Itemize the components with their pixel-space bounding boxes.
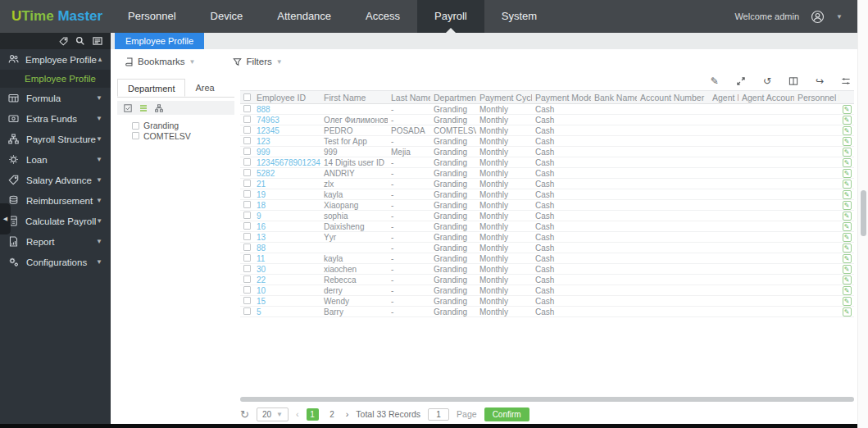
edit-row-icon[interactable]: ✎: [843, 137, 852, 146]
user-account-icon[interactable]: [811, 10, 825, 24]
employee-id-link[interactable]: 999: [257, 148, 270, 157]
employee-id-link[interactable]: 13: [257, 233, 266, 242]
tree-checkbox[interactable]: [132, 122, 139, 130]
sidebar-item-employee-profile[interactable]: Employee Profile ▲: [0, 49, 111, 70]
sidebar-collapse-handle[interactable]: ◀: [0, 203, 11, 234]
select-all-icon[interactable]: [124, 104, 132, 112]
sidebar-item-salary-advance[interactable]: Salary Advance ▼: [0, 170, 111, 190]
row-checkbox[interactable]: [243, 116, 251, 123]
edit-row-icon[interactable]: ✎: [843, 169, 852, 178]
edit-row-icon[interactable]: ✎: [843, 265, 852, 274]
chevron-down-icon[interactable]: ▼: [836, 13, 843, 20]
tree-item[interactable]: COMTELSV: [117, 131, 234, 142]
row-checkbox[interactable]: [243, 180, 251, 187]
tree-item[interactable]: Granding: [117, 121, 234, 131]
nav-item-access[interactable]: Access: [348, 0, 417, 33]
employee-id-link[interactable]: 5: [257, 307, 261, 316]
row-checkbox[interactable]: [243, 254, 251, 262]
export-share-icon[interactable]: ↪: [816, 76, 824, 86]
tab-employee-profile[interactable]: Employee Profile: [115, 33, 204, 49]
fullscreen-icon[interactable]: [736, 76, 746, 86]
employee-id-link[interactable]: 10: [257, 286, 266, 295]
sidebar-item-formula[interactable]: Formula ▼: [0, 88, 111, 108]
sidebar-item-extra-funds[interactable]: Extra Funds ▼: [0, 108, 111, 129]
confirm-button[interactable]: Confirm: [484, 408, 529, 421]
employee-id-link[interactable]: 123: [257, 137, 270, 146]
nav-item-device[interactable]: Device: [193, 0, 261, 33]
tab-department[interactable]: Department: [117, 79, 185, 97]
employee-id-link[interactable]: 74963: [257, 116, 279, 125]
edit-row-icon[interactable]: ✎: [843, 297, 852, 306]
edit-row-icon[interactable]: ✎: [843, 190, 852, 199]
employee-id-link[interactable]: 18: [257, 201, 266, 210]
edit-row-icon[interactable]: ✎: [843, 116, 852, 125]
sidebar-item-calculate-payroll[interactable]: Calculate Payroll ▼: [0, 211, 111, 231]
horizontal-scrollbar-thumb[interactable]: [240, 397, 854, 402]
batch-edit-icon[interactable]: ✎: [711, 76, 719, 86]
list-view-icon[interactable]: [139, 104, 148, 112]
filter-settings-icon[interactable]: [841, 76, 851, 86]
edit-row-icon[interactable]: ✎: [843, 222, 852, 231]
edit-row-icon[interactable]: ✎: [843, 275, 852, 285]
row-checkbox[interactable]: [243, 148, 251, 155]
nav-item-personnel[interactable]: Personnel: [111, 0, 193, 33]
sidebar-item-reimbursement[interactable]: Reimbursement ▼: [0, 190, 111, 211]
edit-row-icon[interactable]: ✎: [843, 233, 852, 242]
tree-checkbox[interactable]: [132, 132, 139, 139]
row-checkbox[interactable]: [243, 275, 251, 283]
row-checkbox[interactable]: [243, 212, 251, 219]
sidebar-item-payroll-structure[interactable]: Payroll Structure ▼: [0, 129, 111, 149]
edit-row-icon[interactable]: ✎: [843, 254, 852, 263]
edit-row-icon[interactable]: ✎: [843, 148, 852, 157]
edit-row-icon[interactable]: ✎: [843, 201, 852, 210]
edit-row-icon[interactable]: ✎: [843, 212, 852, 221]
page-button-1[interactable]: 1: [307, 408, 319, 421]
employee-id-link[interactable]: 88: [257, 244, 266, 253]
sidebar-item-loan[interactable]: Loan ▼: [0, 149, 111, 170]
select-all-checkbox[interactable]: [243, 93, 251, 101]
row-checkbox[interactable]: [243, 126, 251, 134]
employee-id-link[interactable]: 16: [257, 222, 266, 231]
edit-row-icon[interactable]: ✎: [843, 126, 852, 135]
row-checkbox[interactable]: [243, 105, 251, 112]
employee-id-link[interactable]: 15: [257, 297, 266, 306]
row-checkbox[interactable]: [243, 265, 251, 272]
row-checkbox[interactable]: [243, 169, 251, 176]
sidebar-item-configurations[interactable]: Configurations ▼: [0, 252, 111, 272]
tree-view-icon[interactable]: [155, 104, 163, 112]
row-checkbox[interactable]: [243, 158, 251, 166]
row-checkbox[interactable]: [243, 201, 251, 208]
employee-id-link[interactable]: 11: [257, 254, 265, 263]
row-checkbox[interactable]: [243, 222, 251, 230]
edit-row-icon[interactable]: ✎: [843, 158, 852, 167]
prev-page-button[interactable]: ‹: [296, 409, 299, 419]
edit-row-icon[interactable]: ✎: [843, 286, 852, 295]
edit-row-icon[interactable]: ✎: [843, 307, 852, 316]
page-size-select[interactable]: 20 ▼: [257, 408, 289, 421]
employee-id-link[interactable]: 888: [257, 105, 270, 114]
employee-id-link[interactable]: 22: [257, 275, 266, 285]
tag-icon[interactable]: [59, 37, 68, 46]
employee-id-link[interactable]: 12345: [257, 126, 279, 135]
columns-icon[interactable]: [788, 76, 798, 86]
nav-item-system[interactable]: System: [484, 0, 554, 33]
history-icon[interactable]: ↺: [763, 76, 771, 86]
row-checkbox[interactable]: [243, 286, 251, 294]
refresh-icon[interactable]: ↻: [240, 408, 249, 421]
row-checkbox[interactable]: [243, 137, 251, 144]
employee-id-link[interactable]: 5282: [257, 169, 275, 178]
row-checkbox[interactable]: [243, 307, 251, 315]
row-checkbox[interactable]: [243, 233, 251, 240]
edit-row-icon[interactable]: ✎: [843, 244, 852, 253]
employee-id-link[interactable]: 21: [257, 180, 266, 189]
page-number-input[interactable]: [428, 408, 449, 421]
nav-item-attendance[interactable]: Attendance: [260, 0, 348, 33]
nav-item-payroll[interactable]: Payroll: [417, 0, 484, 33]
edit-row-icon[interactable]: ✎: [843, 180, 852, 189]
menu-list-icon[interactable]: [93, 36, 102, 46]
employee-id-link[interactable]: 30: [257, 265, 266, 274]
sidebar-item-report[interactable]: Report ▼: [0, 231, 111, 252]
employee-id-link[interactable]: 19: [257, 190, 266, 199]
filters-dropdown[interactable]: Filters ▼: [233, 57, 282, 66]
bookmarks-dropdown[interactable]: Bookmarks ▼: [125, 57, 195, 66]
